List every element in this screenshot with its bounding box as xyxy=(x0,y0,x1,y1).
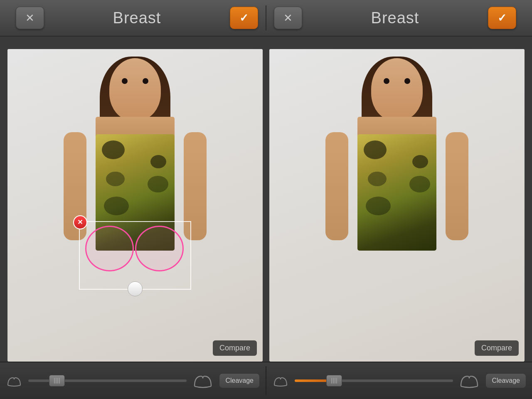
compare-button-left[interactable]: Compare xyxy=(213,340,257,356)
toolbar-right: ✕ Breast ✓ xyxy=(266,7,524,29)
grip-r4 xyxy=(336,378,337,384)
photo-left: ✕ Compare xyxy=(7,49,263,362)
main-content: ✕ Compare xyxy=(0,37,532,362)
grip-4 xyxy=(59,378,60,384)
grip-r2 xyxy=(333,378,334,384)
slider-track-left xyxy=(28,379,187,382)
slider-thumb-right[interactable] xyxy=(326,375,342,387)
slider-right[interactable] xyxy=(295,373,453,388)
cleavage-button-right[interactable]: Cleavage xyxy=(485,373,526,388)
grip-2 xyxy=(56,378,57,384)
toolbar-left: ✕ Breast ✓ xyxy=(8,7,266,29)
compare-button-right[interactable]: Compare xyxy=(475,340,519,356)
check-icon-left: ✓ xyxy=(239,12,249,23)
bottom-bar: Cleavage xyxy=(0,362,532,399)
delete-annotation-button[interactable]: ✕ xyxy=(73,215,87,229)
slider-thumb-left[interactable] xyxy=(49,375,65,387)
toolbar-title-right: Breast xyxy=(371,9,419,27)
delete-x-icon: ✕ xyxy=(77,218,83,226)
grip-r3 xyxy=(335,378,335,384)
grip-1 xyxy=(54,378,55,384)
panel-right: Compare xyxy=(269,49,525,362)
grip-r1 xyxy=(331,378,332,384)
x-icon-left: ✕ xyxy=(25,12,34,23)
panel-left: ✕ Compare xyxy=(7,49,263,362)
grip-3 xyxy=(57,378,58,384)
bottom-controls-right: Cleavage xyxy=(266,372,532,390)
check-icon-right: ✓ xyxy=(498,12,507,23)
cancel-button-right[interactable]: ✕ xyxy=(274,7,302,29)
breast-icon-small-left xyxy=(6,373,22,388)
resize-handle[interactable] xyxy=(128,281,143,296)
slider-left[interactable] xyxy=(28,373,187,388)
breast-icon-large-left xyxy=(192,372,213,390)
x-icon-right: ✕ xyxy=(283,12,293,23)
breast-icon-large-right xyxy=(459,372,480,390)
toolbar-title-left: Breast xyxy=(113,9,161,27)
toolbar: ✕ Breast ✓ ✕ Breast ✓ xyxy=(0,0,532,37)
breast-icon-small-right xyxy=(272,373,289,388)
photo-right: Compare xyxy=(269,49,525,362)
slider-track-right xyxy=(295,379,453,382)
confirm-button-right[interactable]: ✓ xyxy=(488,7,516,29)
cleavage-button-left[interactable]: Cleavage xyxy=(219,373,260,388)
bottom-controls-left: Cleavage xyxy=(0,372,266,390)
confirm-button-left[interactable]: ✓ xyxy=(230,7,258,29)
cancel-button-left[interactable]: ✕ xyxy=(16,7,44,29)
